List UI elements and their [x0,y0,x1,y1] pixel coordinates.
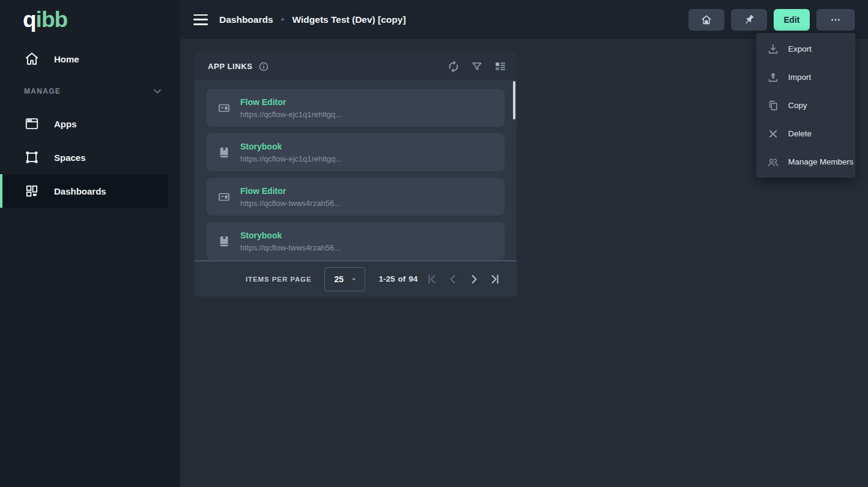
sidebar: qibb Home MANAGE Apps [0,0,180,487]
sidebar-nav: Home MANAGE Apps [0,42,180,208]
sidebar-item-label: Spaces [54,153,86,163]
card-header-actions [447,60,507,73]
download-icon [766,43,780,56]
first-page-button[interactable] [425,272,439,286]
section-label: MANAGE [24,87,61,95]
spaces-icon [24,150,40,165]
breadcrumb: Dashboards • Widgets Test (Dev) [copy] [219,14,406,26]
menu-item-label: Manage Members [788,157,854,166]
sidebar-item-label: Dashboards [54,186,106,196]
list-scrollbar[interactable] [513,81,515,119]
menu-item-copy[interactable]: Copy [756,91,855,119]
range-text: 1-25 [379,274,395,283]
qibb-logo[interactable]: qibb [0,0,180,39]
dashboards-icon [24,183,40,199]
hamburger-menu-icon[interactable] [193,14,208,25]
view-list-icon[interactable] [494,60,507,73]
menu-item-label: Delete [788,129,812,138]
breadcrumb-separator: • [281,14,285,26]
topbar-actions: Edit [688,9,855,31]
logo-text-q: q [23,7,36,32]
menu-item-export[interactable]: Export [756,35,855,63]
list-item-flow-editor-1[interactable]: Flow Editor https://qcflow-ejc1q1rehltgq… [207,89,505,127]
pagination-bar: ITEMS PER PAGE 25 1-25 of 94 [195,261,517,297]
chevron-right-icon [467,272,481,286]
copy-icon [766,99,780,112]
app-link-url: https://qcflow-twws4rzah56... [240,199,341,208]
prev-page-button[interactable] [446,272,460,286]
menu-item-manage-members[interactable]: Manage Members [756,148,855,176]
sidebar-section-manage[interactable]: MANAGE [0,76,180,107]
people-icon [766,156,780,169]
filter-icon[interactable] [470,60,484,73]
app-link-url: https://qcflow-twws4rzah56... [240,243,341,252]
app-links-list: Flow Editor https://qcflow-ejc1q1rehltgq… [195,80,517,261]
app-links-card: APP LINKS [195,53,517,297]
last-page-icon [488,272,502,286]
page-size-value: 25 [335,274,344,284]
sidebar-item-home[interactable]: Home [0,42,168,76]
last-page-button[interactable] [488,272,502,286]
more-options-button[interactable] [816,9,855,31]
list-item-text: Flow Editor https://qcflow-twws4rzah56..… [240,186,341,208]
app-link-url: https://qcflow-ejc1q1rehltgq... [240,110,342,119]
list-item-storybook-1[interactable]: Storybook https://qcflow-ejc1q1rehltgq..… [207,133,505,171]
context-menu: Export Import Copy Delete [756,33,855,178]
menu-item-delete[interactable]: Delete [756,119,855,148]
sidebar-item-label: Apps [54,119,77,129]
app-link-title: Storybook [240,231,341,240]
first-page-icon [425,272,439,286]
pagination-range: 1-25 of 94 [379,274,418,283]
list-item-storybook-2[interactable]: Storybook https://qcflow-twws4rzah56... [207,222,505,260]
flow-editor-icon [217,190,231,204]
list-item-text: Flow Editor https://qcflow-ejc1q1rehltgq… [240,97,342,119]
storybook-icon [217,235,231,248]
app-links-header: APP LINKS [195,53,517,80]
info-icon[interactable] [258,61,269,72]
edit-button[interactable]: Edit [774,9,810,31]
sidebar-item-apps[interactable]: Apps [0,107,168,141]
refresh-icon[interactable] [447,60,460,73]
app-link-title: Storybook [240,142,342,151]
page-title: Widgets Test (Dev) [copy] [293,14,406,25]
dropdown-arrow-icon [349,274,359,284]
app-link-title: Flow Editor [240,186,341,196]
pager-controls [425,272,502,286]
chevron-down-icon [151,85,163,97]
list-item-flow-editor-2[interactable]: Flow Editor https://qcflow-twws4rzah56..… [207,178,505,216]
sidebar-item-dashboards[interactable]: Dashboards [0,174,168,208]
ellipsis-icon [829,13,842,26]
menu-item-label: Import [788,73,811,82]
upload-icon [766,71,780,84]
next-page-button[interactable] [467,272,481,286]
pin-button[interactable] [731,9,767,31]
items-per-page-label: ITEMS PER PAGE [246,276,312,283]
sidebar-item-label: Home [54,54,79,64]
pin-icon [742,13,756,26]
menu-item-label: Copy [788,101,807,110]
storybook-icon [217,146,231,159]
card-title: APP LINKS [208,62,253,71]
flow-editor-icon [217,101,231,115]
home-icon [24,51,40,67]
range-total: 94 [408,274,417,283]
breadcrumb-root[interactable]: Dashboards [219,14,273,25]
close-icon [766,127,780,141]
app-link-title: Flow Editor [240,97,342,107]
menu-item-label: Export [788,44,812,53]
menu-item-import[interactable]: Import [756,63,855,91]
home-button[interactable] [688,9,724,31]
list-item-text: Storybook https://qcflow-twws4rzah56... [240,231,341,252]
apps-icon [24,116,40,132]
app-link-url: https://qcflow-ejc1q1rehltgq... [240,154,342,163]
sidebar-item-spaces[interactable]: Spaces [0,141,168,174]
list-item-text: Storybook https://qcflow-ejc1q1rehltgq..… [240,142,342,163]
home-icon [700,13,713,26]
chevron-left-icon [446,272,460,286]
edit-button-label: Edit [784,15,800,25]
page-size-select[interactable]: 25 [324,267,365,291]
logo-text-ibb: ibb [36,7,67,32]
range-of-label: of [398,274,406,283]
